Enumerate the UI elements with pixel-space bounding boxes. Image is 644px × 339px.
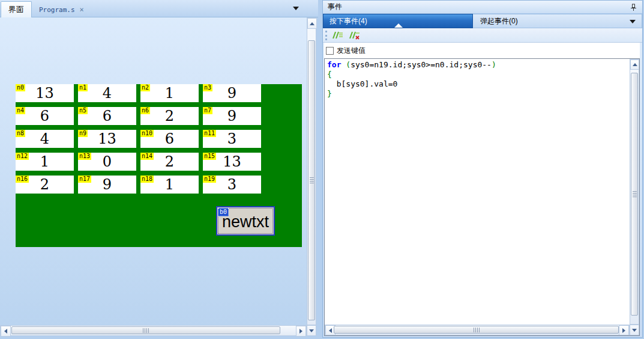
tab-release-event[interactable]: 弹起事件(0)	[473, 14, 642, 28]
cell-id-label: n13	[78, 153, 91, 160]
event-tab-dropdown-icon[interactable]	[630, 20, 636, 23]
code-line: b[sys0].val=0	[327, 79, 627, 89]
arrow-up-icon	[633, 63, 637, 66]
send-keyvalue-row: 发送键值	[324, 43, 640, 58]
code-horizontal-scroll-thumb[interactable]	[334, 326, 619, 334]
code-scroll-down-button[interactable]	[630, 325, 639, 335]
cell-id-label: n5	[78, 107, 88, 114]
designer-cell-n12[interactable]: n121	[16, 153, 74, 171]
designer-cell-n13[interactable]: n130	[78, 153, 136, 171]
add-event-script-icon[interactable]	[331, 31, 344, 40]
newtxt-button[interactable]: b0 newtxt	[216, 206, 275, 236]
arrow-right-icon	[299, 329, 302, 334]
close-icon[interactable]: ×	[80, 6, 84, 13]
form-green-panel[interactable]: n013n14n21n39n46n56n62n79n84n913n106n113…	[16, 84, 302, 247]
code-vertical-scroll-thumb[interactable]	[631, 73, 638, 316]
code-scroll-right-button[interactable]	[619, 325, 629, 335]
arrow-left-icon	[329, 328, 332, 333]
cell-id-label: n19	[203, 176, 216, 183]
tab-interface-label: 界面	[8, 4, 24, 15]
tab-release-event-label: 弹起事件(0)	[480, 16, 518, 26]
cell-id-label: n9	[78, 130, 88, 137]
code-editor[interactable]: for (sys0=n19.id;sys0>=n0.id;sys0--){ b[…	[324, 58, 640, 336]
code-scroll-up-button[interactable]	[630, 60, 639, 70]
event-panel: 事件 按下事件(4) 弹起事件(0)	[322, 0, 643, 338]
active-tab-notch	[394, 23, 403, 28]
arrow-right-icon	[622, 328, 625, 333]
horizontal-scroll-thumb[interactable]	[11, 326, 280, 334]
designer-cell-n4[interactable]: n46	[16, 107, 74, 125]
event-panel-titlebar: 事件	[323, 1, 642, 14]
arrow-left-icon	[4, 329, 7, 334]
code-vertical-scrollbar[interactable]	[630, 59, 639, 325]
cell-id-label: n6	[140, 107, 150, 114]
scroll-down-button[interactable]	[307, 325, 316, 336]
designer-cell-n18[interactable]: n181	[140, 176, 199, 194]
send-keyvalue-checkbox[interactable]	[326, 47, 334, 55]
scroll-up-button[interactable]	[307, 18, 317, 29]
code-horizontal-scrollbar[interactable]	[325, 325, 630, 335]
designer-cell-n10[interactable]: n106	[140, 130, 199, 148]
designer-cell-n0[interactable]: n013	[16, 84, 74, 102]
designer-cell-n11[interactable]: n113	[203, 130, 261, 148]
code-line: }	[327, 89, 627, 99]
designer-cell-n2[interactable]: n21	[140, 84, 199, 102]
designer-cell-n15[interactable]: n1513	[203, 153, 261, 171]
tab-program-s-label: Program.s	[39, 6, 75, 14]
designer-cell-n17[interactable]: n179	[78, 176, 136, 194]
cell-id-label: n11	[203, 130, 216, 137]
arrow-down-icon	[632, 329, 637, 332]
designer-cell-n3[interactable]: n39	[203, 84, 261, 102]
arrow-up-icon	[310, 22, 314, 25]
designer-cell-n14[interactable]: n142	[140, 153, 199, 171]
code-line: {	[327, 70, 627, 79]
design-canvas[interactable]: n013n14n21n39n46n56n62n79n84n913n106n113…	[0, 17, 307, 325]
tab-interface[interactable]: 界面	[1, 1, 32, 17]
pin-icon[interactable]	[628, 2, 639, 12]
designer-cell-n1[interactable]: n14	[78, 84, 136, 102]
cell-id-label: n0	[16, 84, 25, 91]
designer-cell-n16[interactable]: n162	[16, 176, 74, 194]
tab-program-s[interactable]: Program.s ×	[32, 2, 88, 17]
tab-press-event[interactable]: 按下事件(4)	[323, 14, 473, 28]
event-tabs: 按下事件(4) 弹起事件(0)	[323, 14, 642, 28]
designer-vertical-scrollbar[interactable]	[307, 17, 316, 325]
cell-id-label: n4	[16, 107, 25, 114]
cell-id-label: n14	[140, 153, 154, 160]
scroll-right-button[interactable]	[296, 326, 306, 337]
cell-id-label: n2	[140, 84, 150, 91]
designer-panel: 界面 Program.s × n013n14n21n39n46n56n62n79…	[0, 0, 318, 339]
code-line: for (sys0=n19.id;sys0>=n0.id;sys0--)	[327, 60, 627, 70]
cell-id-label: n10	[140, 130, 154, 137]
cell-id-label: n8	[16, 130, 25, 137]
code-text[interactable]: for (sys0=n19.id;sys0>=n0.id;sys0--){ b[…	[327, 60, 627, 99]
designer-cell-n19[interactable]: n193	[203, 176, 261, 194]
cell-id-label: n17	[78, 176, 91, 183]
vertical-scroll-thumb[interactable]	[308, 40, 315, 320]
number-cell-grid: n013n14n21n39n46n56n62n79n84n913n106n113…	[16, 84, 261, 194]
event-panel-title: 事件	[328, 2, 342, 12]
toolbar-grip[interactable]	[325, 31, 327, 40]
cell-id-label: n15	[203, 153, 216, 160]
send-keyvalue-label: 发送键值	[337, 46, 366, 56]
designer-cell-n6[interactable]: n62	[140, 107, 199, 125]
cell-id-label: n18	[140, 176, 154, 183]
designer-cell-n8[interactable]: n84	[16, 130, 74, 148]
designer-cell-n5[interactable]: n56	[78, 107, 136, 125]
cell-id-label: n1	[78, 84, 88, 91]
cell-id-label: n7	[203, 107, 212, 114]
cell-id-label: n16	[16, 176, 29, 183]
designer-horizontal-scrollbar[interactable]	[0, 325, 307, 336]
designer-cell-n9[interactable]: n913	[78, 130, 136, 148]
arrow-down-icon	[309, 329, 314, 332]
tab-list-dropdown-icon[interactable]	[293, 7, 299, 10]
scroll-left-button[interactable]	[1, 326, 11, 337]
designer-cell-n7[interactable]: n79	[203, 107, 261, 125]
newtxt-id-label: b0	[218, 208, 229, 216]
cell-id-label: n3	[203, 84, 212, 91]
cell-id-label: n12	[16, 153, 29, 160]
delete-event-script-icon[interactable]	[348, 31, 361, 40]
document-tabbar: 界面 Program.s ×	[0, 0, 318, 17]
tab-press-event-label: 按下事件(4)	[330, 16, 367, 26]
event-toolbar	[323, 28, 642, 43]
